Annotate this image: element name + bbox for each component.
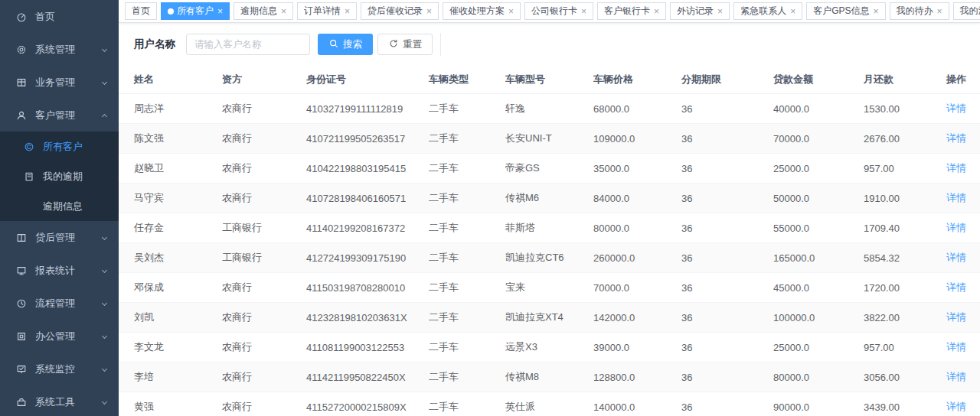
sidebar-item-report-stats[interactable]: 报表统计	[0, 254, 119, 287]
cell-name: 黄强	[119, 392, 222, 416]
detail-link[interactable]: 详情	[946, 311, 966, 323]
column-header-installment_term: 分期期限	[681, 66, 773, 94]
sidebar: 首页系统管理业务管理客户管理所有客户我的逾期逾期信息贷后管理报表统计流程管理办公…	[0, 0, 119, 416]
detail-link[interactable]: 详情	[946, 371, 966, 382]
column-header-name: 姓名	[119, 66, 222, 94]
sidebar-item-label: 系统工具	[35, 395, 103, 409]
tab-collection-plan[interactable]: 催收处理方案×	[443, 2, 521, 20]
close-icon[interactable]: ×	[790, 7, 795, 16]
cell-installment_term: 36	[681, 273, 773, 303]
search-button[interactable]: 搜索	[318, 34, 373, 55]
table-row: 马守宾农商行410728198406160571二手车传祺M684000.036…	[119, 184, 980, 213]
cell-id_no: 41232819810203631X	[306, 303, 429, 333]
tab-label: 公司银行卡	[531, 5, 577, 18]
detail-link[interactable]: 详情	[946, 222, 966, 233]
close-icon[interactable]: ×	[654, 7, 659, 16]
detail-link[interactable]: 详情	[946, 162, 966, 174]
cell-installment_term: 36	[681, 154, 773, 184]
sidebar-item-office-mgmt[interactable]: 办公管理	[0, 320, 119, 353]
tab-my-todo[interactable]: 我的待办×	[890, 2, 949, 20]
chevron-down-icon	[102, 268, 107, 273]
cell-monthly_payment: 1709.40	[864, 213, 946, 243]
tab-order-detail[interactable]: 订单详情×	[297, 2, 357, 20]
sidebar-item-process-mgmt[interactable]: 流程管理	[0, 287, 119, 320]
toolbox-icon	[15, 396, 28, 408]
sidebar-item-label: 办公管理	[35, 330, 103, 343]
customer-name-input[interactable]	[186, 34, 310, 55]
cell-vehicle_type: 二手车	[429, 273, 505, 303]
table-row: 赵晓卫农商行410422198803195415二手车帝豪GS35000.036…	[119, 154, 980, 184]
cell-action: 详情	[946, 94, 980, 124]
cell-id_no: 410721199505263517	[306, 124, 429, 154]
table-row: 周志洋农商行410327199111112819二手车轩逸68000.03640…	[119, 94, 980, 124]
detail-link[interactable]: 详情	[946, 281, 966, 293]
close-icon[interactable]: ×	[717, 7, 723, 16]
column-header-capital: 资方	[222, 66, 306, 94]
sidebar-item-system-monitor[interactable]: 系统监控	[0, 353, 119, 385]
cell-monthly_payment: 1910.00	[864, 184, 946, 213]
cell-name: 吴刘杰	[119, 243, 222, 273]
detail-link[interactable]: 详情	[946, 341, 966, 353]
cell-installment_term: 36	[681, 213, 773, 243]
tab-customer-bank-card[interactable]: 客户银行卡×	[597, 2, 666, 20]
tab-customer-gps[interactable]: 客户GPS信息×	[806, 2, 885, 20]
sidebar-item-label: 业务管理	[35, 76, 103, 89]
cell-vehicle_model: 菲斯塔	[505, 213, 593, 243]
tab-home[interactable]: 首页	[125, 2, 157, 20]
tab-label: 所有客户	[177, 5, 214, 18]
sidebar-item-system-mgmt[interactable]: 系统管理	[0, 33, 119, 66]
cell-vehicle_type: 二手车	[429, 333, 505, 362]
cell-vehicle_price: 142000.0	[593, 303, 681, 333]
cell-action: 详情	[946, 392, 980, 416]
cell-capital: 农商行	[222, 273, 306, 303]
sidebar-item-my-overdue[interactable]: 我的逾期	[0, 161, 119, 191]
close-icon[interactable]: ×	[426, 7, 432, 16]
tab-emergency-contacts[interactable]: 紧急联系人×	[733, 2, 802, 20]
tab-visit-records[interactable]: 外访记录×	[670, 2, 730, 20]
tab-my-process[interactable]: 我的流程×	[953, 2, 980, 20]
tab-all-customers[interactable]: 所有客户×	[161, 2, 230, 20]
tab-collection-records[interactable]: 贷后催收记录×	[361, 2, 439, 20]
tab-label: 贷后催收记录	[368, 5, 423, 18]
reset-button[interactable]: 重置	[377, 34, 433, 55]
table-row: 邓保成农商行411503198708280010二手车宝来70000.03645…	[119, 273, 980, 303]
close-icon[interactable]: ×	[345, 7, 350, 16]
refresh-icon	[388, 38, 399, 51]
sidebar-item-customer-mgmt[interactable]: 客户管理	[0, 99, 119, 132]
sidebar-item-home[interactable]: 首页	[0, 0, 119, 33]
tab-bar: 首页所有客户×逾期信息×订单详情×贷后催收记录×催收处理方案×公司银行卡×客户银…	[119, 0, 980, 23]
cell-vehicle_model: 传祺M6	[505, 184, 593, 213]
cell-installment_term: 36	[681, 184, 773, 213]
sidebar-item-all-customers[interactable]: 所有客户	[0, 132, 119, 161]
tab-company-bank-card[interactable]: 公司银行卡×	[524, 2, 593, 20]
close-icon[interactable]: ×	[937, 7, 942, 16]
close-icon[interactable]: ×	[508, 7, 514, 16]
close-icon[interactable]: ×	[281, 7, 286, 16]
sidebar-item-overdue-info[interactable]: 逾期信息	[0, 191, 119, 221]
cell-loan_amount: 25000.0	[773, 333, 864, 362]
cell-vehicle_model: 轩逸	[505, 94, 593, 124]
close-icon[interactable]: ×	[217, 7, 223, 16]
cell-loan_amount: 55000.0	[773, 213, 864, 243]
detail-link[interactable]: 详情	[946, 132, 966, 144]
close-icon[interactable]: ×	[873, 7, 878, 16]
detail-link[interactable]: 详情	[946, 102, 966, 114]
detail-link[interactable]: 详情	[946, 401, 966, 412]
cell-action: 详情	[946, 213, 980, 243]
cell-installment_term: 36	[681, 333, 773, 362]
customer-table: 姓名资方身份证号车辆类型车辆型号车辆价格分期期限贷款金额月还款操作 周志洋农商行…	[119, 66, 980, 416]
sidebar-item-loan-mgmt[interactable]: 贷后管理	[0, 221, 119, 254]
circle-c-icon	[23, 141, 35, 153]
cell-installment_term: 36	[681, 243, 773, 273]
detail-link[interactable]: 详情	[946, 192, 966, 203]
cell-capital: 工商银行	[222, 213, 306, 243]
sidebar-item-system-tools[interactable]: 系统工具	[0, 385, 119, 416]
cell-vehicle_type: 二手车	[429, 392, 505, 416]
cell-loan_amount: 100000.0	[773, 303, 864, 333]
cell-name: 李培	[119, 362, 222, 392]
cell-vehicle_price: 39000.0	[593, 333, 681, 362]
close-icon[interactable]: ×	[581, 7, 586, 16]
detail-link[interactable]: 详情	[946, 252, 966, 263]
sidebar-item-business-mgmt[interactable]: 业务管理	[0, 66, 119, 99]
tab-overdue-info[interactable]: 逾期信息×	[234, 2, 293, 20]
